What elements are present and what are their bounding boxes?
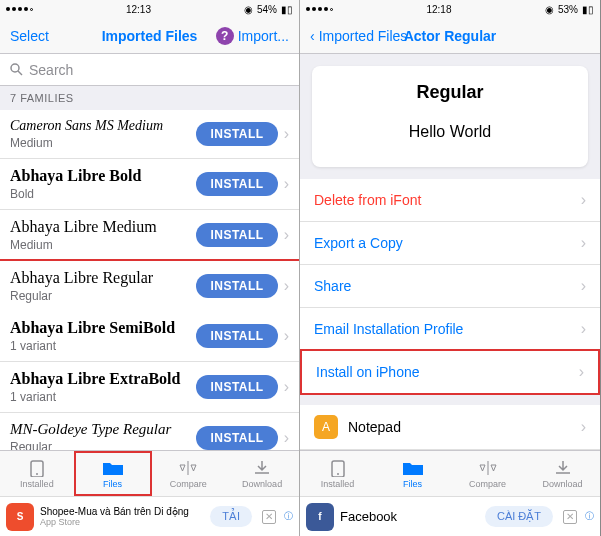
font-variant: Medium [10, 136, 196, 150]
import-button[interactable]: ?Import... [216, 27, 289, 45]
chevron-right-icon: › [581, 418, 586, 436]
installed-icon [26, 459, 48, 477]
search-input[interactable]: Search [0, 54, 299, 86]
tab-installed[interactable]: Installed [0, 451, 74, 496]
ad-close-icon[interactable]: ✕ [262, 510, 276, 524]
status-bar: 12:13 ◉54%▮▯ [0, 0, 299, 18]
chevron-right-icon: › [581, 320, 586, 338]
font-name: Cameron Sans MS Medium [10, 118, 196, 134]
chevron-right-icon: › [581, 191, 586, 209]
action-email-installation-profile[interactable]: Email Installation Profile› [300, 308, 600, 351]
shopee-icon: S [6, 503, 34, 531]
tab-download[interactable]: Download [225, 451, 299, 496]
install-button[interactable]: INSTALL [196, 223, 277, 247]
tab-files[interactable]: Files [375, 451, 450, 496]
search-icon [10, 63, 23, 76]
svg-line-1 [18, 71, 22, 75]
chevron-right-icon: › [284, 175, 289, 193]
tab-download[interactable]: Download [525, 451, 600, 496]
font-name: Abhaya Libre Regular [10, 269, 196, 287]
chevron-right-icon: › [284, 429, 289, 447]
chevron-right-icon: › [284, 277, 289, 295]
font-variant: 1 variant [10, 339, 196, 353]
status-time: 12:18 [426, 4, 451, 15]
ad-info-icon[interactable]: ⓘ [585, 510, 594, 523]
section-header: 7 FAMILIES [0, 86, 299, 110]
chevron-right-icon: › [284, 226, 289, 244]
font-row[interactable]: Abhaya Libre ExtraBold1 variantINSTALL› [0, 362, 299, 413]
font-preview-card: Regular Hello World [312, 66, 588, 167]
font-variant: Bold [10, 187, 196, 201]
font-name: MN-Goldeye Type Regular [10, 421, 196, 438]
font-row[interactable]: Abhaya Libre BoldBoldINSTALL› [0, 159, 299, 210]
action-export-a-copy[interactable]: Export a Copy› [300, 222, 600, 265]
install-button[interactable]: INSTALL [196, 274, 277, 298]
app-icon: A [314, 415, 338, 439]
font-row[interactable]: Abhaya Libre SemiBold1 variantINSTALL› [0, 311, 299, 362]
install-button[interactable]: INSTALL [196, 324, 277, 348]
ad-install-button[interactable]: CÀI ĐẶT [485, 506, 553, 527]
download-icon [251, 459, 273, 477]
font-row[interactable]: Cameron Sans MS MediumMediumINSTALL› [0, 110, 299, 159]
chevron-right-icon: › [284, 378, 289, 396]
right-screenshot: 12:18 ◉53%▮▯ ‹Imported Files Actor Regul… [300, 0, 600, 536]
chevron-right-icon: › [284, 125, 289, 143]
font-name: Abhaya Libre Medium [10, 218, 196, 236]
status-time: 12:13 [126, 4, 151, 15]
ad-banner[interactable]: f Facebook CÀI ĐẶT ✕ ⓘ [300, 496, 600, 536]
install-button[interactable]: INSTALL [196, 122, 277, 146]
help-icon[interactable]: ? [216, 27, 234, 45]
tab-compare[interactable]: Compare [152, 451, 226, 496]
tab-bar: InstalledFilesCompareDownload [300, 450, 600, 496]
font-name: Abhaya Libre SemiBold [10, 319, 196, 337]
facebook-icon: f [306, 503, 334, 531]
tab-installed[interactable]: Installed [300, 451, 375, 496]
font-variant: Medium [10, 238, 196, 252]
svg-point-3 [36, 473, 38, 475]
tab-bar: InstalledFilesCompareDownload [0, 450, 299, 496]
font-row[interactable]: Abhaya Libre MediumMediumINSTALL› [0, 210, 299, 261]
tab-files[interactable]: Files [74, 451, 152, 496]
nav-bar: Select Imported Files ?Import... [0, 18, 299, 54]
font-name: Abhaya Libre Bold [10, 167, 196, 185]
nav-bar: ‹Imported Files Actor Regular [300, 18, 600, 54]
svg-point-6 [337, 473, 339, 475]
action-share[interactable]: Share› [300, 265, 600, 308]
status-bar: 12:18 ◉53%▮▯ [300, 0, 600, 18]
files-icon [102, 459, 124, 477]
action-delete-from-ifont[interactable]: Delete from iFont› [300, 179, 600, 222]
font-variant: Regular [10, 289, 196, 303]
ad-close-icon[interactable]: ✕ [563, 510, 577, 524]
nav-title: Actor Regular [404, 28, 497, 44]
tab-compare[interactable]: Compare [450, 451, 525, 496]
chevron-right-icon: › [579, 363, 584, 381]
action-install-on-iphone[interactable]: Install on iPhone› [300, 349, 600, 395]
chevron-right-icon: › [581, 277, 586, 295]
install-button[interactable]: INSTALL [196, 172, 277, 196]
files-icon [402, 459, 424, 477]
download-icon [552, 459, 574, 477]
svg-point-0 [11, 64, 19, 72]
select-button[interactable]: Select [10, 28, 49, 44]
ad-install-button[interactable]: TẢI [210, 506, 252, 527]
ad-info-icon[interactable]: ⓘ [284, 510, 293, 523]
font-row[interactable]: Abhaya Libre RegularRegularINSTALL› [0, 259, 300, 313]
back-button[interactable]: ‹Imported Files [310, 28, 407, 44]
ad-banner[interactable]: S Shopee-Mua và Bán trên Di động App Sto… [0, 496, 299, 536]
left-screenshot: 12:13 ◉54%▮▯ Select Imported Files ?Impo… [0, 0, 300, 536]
preview-text: Hello World [328, 123, 572, 141]
installed-icon [327, 459, 349, 477]
font-variant: 1 variant [10, 390, 196, 404]
install-button[interactable]: INSTALL [196, 426, 277, 450]
chevron-right-icon: › [284, 327, 289, 345]
font-name: Abhaya Libre ExtraBold [10, 370, 196, 388]
chevron-left-icon: ‹ [310, 28, 315, 44]
compare-icon [477, 459, 499, 477]
preview-title: Regular [328, 82, 572, 103]
detail-notepad[interactable]: ANotepad› [300, 405, 600, 450]
compare-icon [177, 459, 199, 477]
chevron-right-icon: › [581, 234, 586, 252]
nav-title: Imported Files [102, 28, 198, 44]
install-button[interactable]: INSTALL [196, 375, 277, 399]
